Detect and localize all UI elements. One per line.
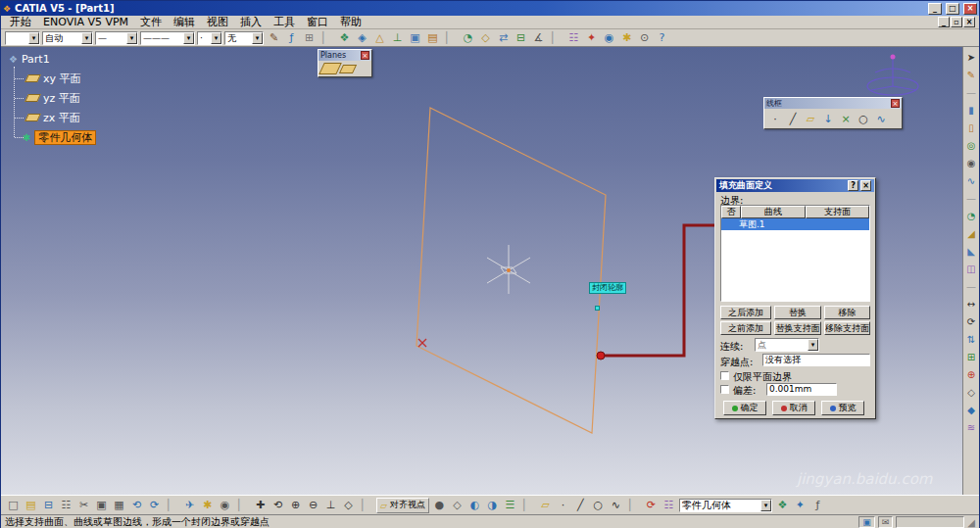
surface-icon[interactable]: ◈ — [354, 30, 370, 46]
table-row-sketch1[interactable]: 草图.1 — [721, 218, 869, 230]
dropdown-arrow-icon[interactable]: ▾ — [126, 32, 137, 44]
deviation-checkbox[interactable] — [720, 385, 729, 394]
wireframe-icon[interactable]: ◇ — [964, 384, 979, 400]
rib-icon[interactable]: ∿ — [964, 172, 979, 188]
preview-button[interactable]: 预览 — [821, 401, 864, 415]
zoom-in-icon[interactable]: ⊕ — [287, 498, 304, 513]
draft-icon[interactable]: ◣ — [964, 243, 979, 259]
dialog-help-button[interactable]: ? — [848, 180, 858, 191]
plane-icon[interactable] — [339, 65, 357, 73]
cut-icon[interactable]: ✂ — [75, 498, 92, 513]
pattern-icon[interactable]: ⊟ — [513, 30, 529, 46]
mirror-icon[interactable]: ⇄ — [495, 30, 512, 46]
paintbrush-icon[interactable]: ✎ — [266, 30, 282, 46]
menu-window[interactable]: 窗口 — [301, 16, 334, 28]
add-after-button[interactable]: 之后添加 — [720, 306, 771, 319]
plane-icon[interactable]: ▱ — [537, 498, 554, 513]
redo-icon[interactable]: ⟳ — [146, 498, 163, 513]
point-style-combo[interactable]: · ▾ — [197, 31, 222, 45]
pocket-icon[interactable]: ▤ — [424, 30, 441, 46]
maximize-button[interactable]: □ — [946, 3, 959, 15]
circle-icon[interactable]: ○ — [590, 498, 607, 513]
line-type-combo[interactable]: ——— ▾ — [140, 31, 195, 45]
hole-icon[interactable]: ◉ — [964, 155, 979, 170]
minimize-button[interactable]: _ — [928, 3, 942, 15]
surface-fill-icon[interactable]: ◆ — [964, 402, 979, 417]
spline-icon[interactable]: ∿ — [873, 111, 889, 126]
dropdown-arrow-icon[interactable]: ▾ — [252, 32, 263, 44]
constraint-icon[interactable]: ⊥ — [389, 30, 406, 46]
ok-button[interactable]: 确定 — [723, 401, 766, 415]
open-icon[interactable]: ▤ — [23, 498, 39, 513]
intersection-icon[interactable]: × — [838, 111, 854, 126]
pattern-grid-icon[interactable]: ⊞ — [964, 349, 979, 364]
chamfer-icon[interactable]: ◇ — [477, 30, 494, 46]
projection-icon[interactable]: ↓ — [820, 111, 836, 126]
tree-item-xy-plane[interactable]: xy 平面 — [26, 71, 81, 86]
pan-icon[interactable]: ✚ — [252, 498, 269, 513]
auto-combo[interactable]: 自动 ▾ — [42, 31, 93, 45]
dialog-titlebar[interactable]: 填充曲面定义 ? × — [716, 179, 874, 192]
headlight-icon[interactable]: ✱ — [199, 498, 216, 513]
print-icon[interactable]: ☷ — [58, 498, 74, 513]
menu-insert[interactable]: 插入 — [234, 16, 268, 28]
part-body-icon[interactable]: ❖ — [336, 30, 353, 46]
deviation-field[interactable]: 0.001mm — [766, 383, 837, 396]
align-viewpoint-toggle[interactable]: ▱ 对齐视点 — [376, 498, 429, 513]
camera-icon[interactable]: ⊙ — [636, 30, 653, 46]
continuity-combo[interactable]: 点 ▾ — [755, 338, 819, 352]
spline-icon[interactable]: ∿ — [608, 498, 624, 513]
undo-icon[interactable]: ⟲ — [128, 498, 145, 513]
remove-support-button[interactable]: 移除支持面 — [824, 321, 870, 335]
fillet-icon[interactable]: ◔ — [460, 30, 476, 46]
menu-help[interactable]: 帮助 — [334, 16, 368, 28]
shaft-icon[interactable]: ◎ — [964, 137, 979, 153]
cancel-button[interactable]: 取消 — [772, 401, 815, 415]
fillet-icon[interactable]: ◔ — [964, 208, 979, 223]
shading-icon[interactable]: ● — [431, 498, 448, 513]
line-weight-combo[interactable]: — ▾ — [95, 31, 138, 45]
sketcher-icon[interactable]: ✎ — [964, 67, 979, 82]
analysis-icon[interactable]: ✦ — [583, 30, 600, 46]
save-icon[interactable]: ⊟ — [40, 498, 57, 513]
tree-item-part-body[interactable]: ✱ 零件几何体 — [23, 129, 96, 145]
graphic-style-combo[interactable]: ▾ — [5, 31, 40, 45]
dropdown-arrow-icon[interactable]: ▾ — [28, 32, 39, 44]
formula-icon[interactable]: ƒ — [283, 30, 300, 46]
graph-tree-icon[interactable]: ☰ — [502, 498, 518, 513]
menu-edit[interactable]: 编辑 — [168, 16, 201, 28]
rotate-view-icon[interactable]: ⟲ — [270, 498, 286, 513]
replace-support-button[interactable]: 替换支持面 — [774, 321, 821, 335]
render-icon[interactable]: ◉ — [601, 30, 617, 46]
add-before-button[interactable]: 之前添加 — [720, 321, 771, 335]
close-icon[interactable]: × — [361, 51, 369, 60]
dropdown-arrow-icon[interactable]: ▾ — [183, 32, 194, 44]
compass[interactable] — [867, 55, 918, 96]
dropdown-arrow-icon[interactable]: ▾ — [211, 32, 221, 44]
dialog-close-button[interactable]: × — [860, 180, 871, 191]
select-arrow-icon[interactable]: ➤ — [964, 49, 979, 65]
circle-icon[interactable]: ○ — [856, 111, 871, 126]
passing-point-field[interactable]: 没有选择 — [762, 354, 870, 366]
dropdown-arrow-icon[interactable]: ▾ — [760, 500, 771, 511]
normal-view-icon[interactable]: ⊥ — [322, 498, 339, 513]
tree-item-zx-plane[interactable]: zx 平面 — [26, 110, 80, 125]
update-icon[interactable]: ⟳ — [643, 498, 660, 513]
dropdown-arrow-icon[interactable]: ▾ — [808, 339, 818, 351]
zoom-out-icon[interactable]: ⊖ — [305, 498, 321, 513]
planes-toolbar-titlebar[interactable]: Planes × — [318, 50, 371, 61]
doc-restore-button[interactable]: ▫ — [951, 17, 962, 27]
boolean-icon[interactable]: ⊕ — [964, 366, 979, 382]
dropdown-arrow-icon[interactable]: ▾ — [81, 32, 92, 44]
sketch-icon[interactable]: △ — [371, 30, 388, 46]
point-icon[interactable]: · — [767, 111, 783, 126]
doc-close-button[interactable]: × — [963, 17, 975, 27]
remove-button[interactable]: 移除 — [824, 306, 870, 319]
wireframe-view-icon[interactable]: ◇ — [449, 498, 466, 513]
hide-show-icon[interactable]: ◐ — [466, 498, 483, 513]
wireframe-toolbar-titlebar[interactable]: 线框 × — [764, 98, 902, 109]
swap-visible-icon[interactable]: ◑ — [484, 498, 501, 513]
mirror-icon[interactable]: ⇅ — [964, 331, 979, 347]
replace-button[interactable]: 替换 — [774, 306, 821, 319]
pocket-icon[interactable]: ▯ — [964, 120, 979, 135]
